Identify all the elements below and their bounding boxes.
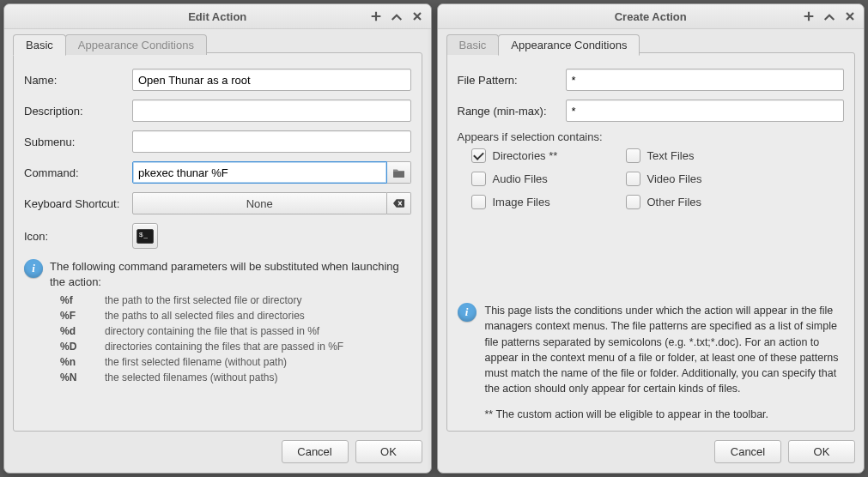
- checkbox-icon: [471, 172, 486, 186]
- tab-label: Appearance Conditions: [511, 39, 627, 51]
- window-title: Edit Action: [4, 10, 431, 23]
- checkbox-audio-files[interactable]: Audio Files: [471, 172, 626, 186]
- browse-command-button[interactable]: [387, 161, 411, 184]
- window-minimize-icon[interactable]: [369, 9, 383, 23]
- window-title: Create Action: [438, 10, 865, 23]
- checkbox-video-files[interactable]: Video Files: [626, 172, 780, 186]
- titlebar: Edit Action: [4, 4, 431, 29]
- ok-button[interactable]: OK: [788, 440, 855, 463]
- parameter-legend: %fthe path to the first selected file or…: [60, 294, 411, 383]
- tab-appearance-conditions[interactable]: Appearance Conditions: [498, 34, 640, 56]
- label-file-pattern: File Pattern:: [458, 74, 561, 87]
- label-keyboard-shortcut: Keyboard Shortcut:: [24, 197, 127, 210]
- keyboard-shortcut-value: None: [246, 197, 273, 210]
- label-icon: Icon:: [24, 230, 127, 243]
- checkbox-text-files[interactable]: Text Files: [626, 148, 780, 163]
- backspace-icon: [392, 198, 405, 208]
- label-name: Name:: [24, 74, 127, 87]
- cancel-button[interactable]: Cancel: [282, 440, 349, 463]
- info-icon: i: [458, 303, 476, 322]
- label-range: Range (min-max):: [458, 105, 561, 118]
- window-close-icon[interactable]: [843, 9, 857, 23]
- range-input[interactable]: [566, 100, 845, 122]
- tab-appearance-conditions[interactable]: Appearance Conditions: [65, 34, 207, 55]
- window-maximize-icon[interactable]: [822, 9, 836, 23]
- folder-icon: [392, 167, 405, 178]
- titlebar: Create Action: [438, 4, 865, 29]
- tab-label: Appearance Conditions: [78, 39, 194, 51]
- terminal-icon: [137, 229, 154, 244]
- tab-label: Basic: [459, 39, 487, 51]
- name-input[interactable]: [132, 69, 411, 91]
- tab-basic[interactable]: Basic: [446, 34, 500, 55]
- window-maximize-icon[interactable]: [390, 9, 404, 23]
- checkbox-icon: [471, 195, 486, 209]
- checkbox-image-files[interactable]: Image Files: [471, 195, 626, 209]
- checkbox-other-files[interactable]: Other Files: [626, 195, 780, 209]
- cancel-button[interactable]: Cancel: [714, 440, 781, 463]
- submenu-input[interactable]: [132, 130, 411, 153]
- info-icon: i: [24, 259, 43, 278]
- ok-button[interactable]: OK: [355, 440, 422, 463]
- clear-shortcut-button[interactable]: [387, 192, 411, 214]
- checkbox-icon: [471, 148, 486, 163]
- checkbox-icon: [626, 195, 640, 209]
- description-input[interactable]: [132, 100, 411, 122]
- icon-chooser-button[interactable]: [132, 223, 158, 249]
- command-input[interactable]: [132, 161, 387, 184]
- tab-label: Basic: [26, 39, 53, 51]
- tab-basic[interactable]: Basic: [13, 34, 66, 56]
- label-appears: Appears if selection contains:: [458, 130, 845, 143]
- info-text: The following command parameters will be…: [50, 259, 411, 289]
- file-pattern-input[interactable]: [566, 69, 845, 91]
- label-submenu: Submenu:: [24, 136, 127, 148]
- checkbox-icon: [626, 172, 640, 186]
- keyboard-shortcut-button[interactable]: None: [132, 192, 387, 214]
- info-text: This page lists the conditions under whi…: [485, 303, 845, 396]
- label-description: Description:: [24, 105, 127, 118]
- footnote-text: ** The custom action will be eligible to…: [485, 408, 845, 420]
- label-command: Command:: [24, 166, 127, 179]
- checkbox-icon: [626, 148, 640, 163]
- window-minimize-icon[interactable]: [802, 9, 816, 23]
- checkbox-directories[interactable]: Directories **: [471, 148, 626, 163]
- window-close-icon[interactable]: [410, 9, 424, 23]
